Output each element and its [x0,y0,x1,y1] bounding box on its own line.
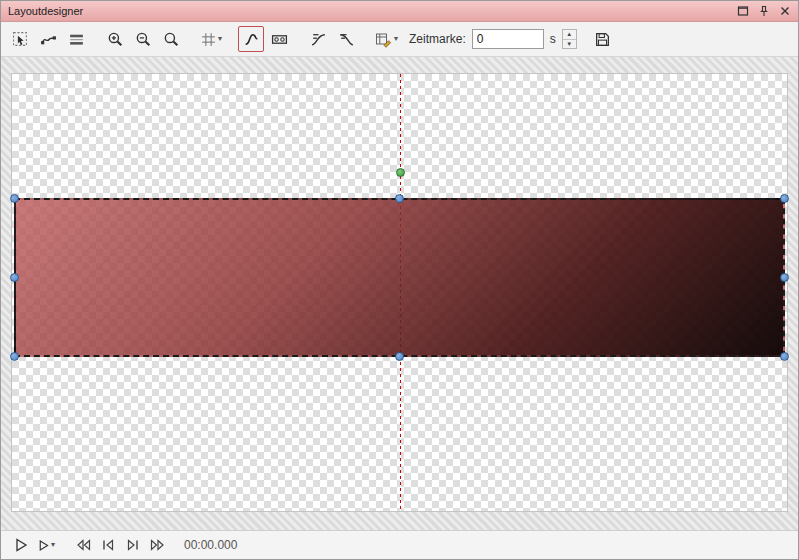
zoom-out-icon [135,31,152,48]
chevron-down-icon: ▾ [51,541,55,549]
zoom-out-button[interactable] [130,26,156,52]
curve-icon [243,31,260,48]
main-toolbar: ▾ ▾ Z [1,22,798,57]
window-title: Layoutdesigner [8,5,736,17]
titlebar: Layoutdesigner [1,1,798,22]
prev-frame-icon [100,537,116,553]
curve-in-icon [310,31,327,48]
zoom-original-button[interactable] [158,26,184,52]
chevron-down-icon: ▾ [218,35,222,43]
layout-canvas[interactable] [11,73,788,512]
keyframe-table-button[interactable]: ▾ [372,26,401,52]
skip-back-button[interactable] [72,534,94,556]
next-frame-button[interactable] [122,534,144,556]
select-icon [12,31,29,48]
save-icon [594,31,611,48]
curve-out-button[interactable] [333,26,359,52]
spline-select-tool-button[interactable] [35,26,61,52]
zeitmarke-spinner: ▲ ▼ [562,29,577,49]
resize-handle-bottom-left[interactable] [10,352,19,361]
grid-icon [200,31,217,48]
zoom-original-icon [163,31,180,48]
spline-icon [40,31,57,48]
window-controls [736,5,791,18]
zeitmarke-label: Zeitmarke: [409,32,466,46]
workspace [1,57,798,530]
resize-handle-middle-right[interactable] [780,273,789,282]
next-frame-icon [125,537,141,553]
play-options-button[interactable]: ▾ [35,534,57,556]
fast-forward-icon [149,537,167,553]
pin-icon[interactable] [757,5,770,18]
grid-button[interactable]: ▾ [197,26,225,52]
resize-handle-top-right[interactable] [780,194,789,203]
skip-back-icon [74,537,92,553]
play-small-icon [37,539,50,552]
maximize-icon[interactable] [736,5,749,18]
time-display: 00:00.000 [184,538,237,552]
camera-icon [271,31,288,48]
zoom-in-button[interactable] [102,26,128,52]
zoom-in-icon [107,31,124,48]
spinner-down-button[interactable]: ▼ [563,39,576,49]
selected-gradient-object[interactable] [14,198,785,357]
play-button[interactable] [10,534,32,556]
play-icon [13,537,29,553]
resize-handle-top-left[interactable] [10,194,19,203]
rotation-handle[interactable] [396,168,405,177]
unit-label: s [550,32,556,46]
curve-in-button[interactable] [305,26,331,52]
fast-forward-button[interactable] [147,534,169,556]
resize-handle-top-center[interactable] [395,194,404,203]
save-button[interactable] [590,26,616,52]
spinner-up-button[interactable]: ▲ [563,30,576,39]
layoutdesigner-window: Layoutdesigner [0,0,799,560]
close-icon[interactable] [778,5,791,18]
prev-frame-button[interactable] [97,534,119,556]
lines-icon [68,31,85,48]
curve-out-icon [338,31,355,48]
resize-handle-bottom-center[interactable] [395,352,404,361]
transport-bar: ▾ 00:00.000 [1,530,798,559]
zeitmarke-input[interactable] [472,29,544,49]
resize-handle-bottom-right[interactable] [780,352,789,361]
select-tool-button[interactable] [7,26,33,52]
table-edit-icon [375,31,393,48]
chevron-down-icon: ▾ [394,35,398,43]
resize-handle-middle-left[interactable] [10,273,19,282]
camera-pan-button[interactable] [266,26,292,52]
motion-path-tool-button[interactable] [238,26,264,52]
order-lines-tool-button[interactable] [63,26,89,52]
